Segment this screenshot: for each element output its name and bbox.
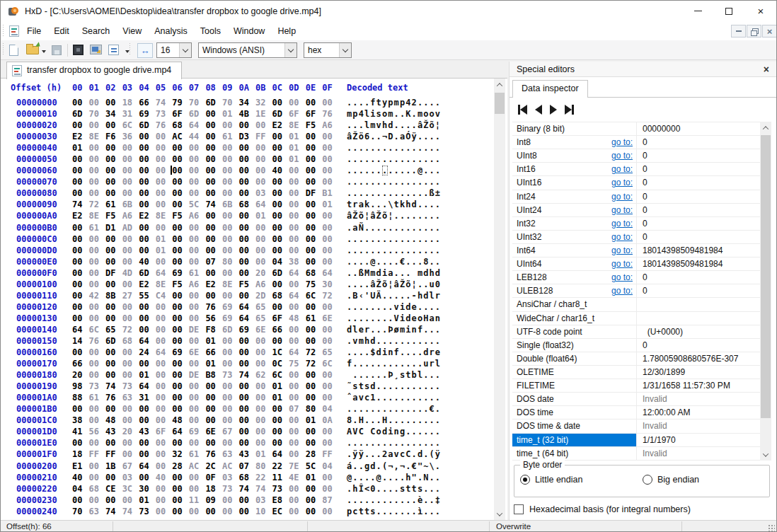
hex-byte[interactable]: FF <box>322 449 339 460</box>
hex-byte[interactable]: 8E <box>89 210 106 221</box>
menu-item-search[interactable]: Search <box>76 22 117 40</box>
hex-byte[interactable]: 6C <box>272 369 289 381</box>
hex-byte[interactable]: 00 <box>289 426 306 437</box>
scroll-down-icon[interactable] <box>494 508 505 520</box>
hex-byte[interactable]: 00 <box>189 415 206 426</box>
hex-byte[interactable]: 00 <box>322 245 339 256</box>
hex-byte[interactable]: A6 <box>322 120 339 131</box>
hex-byte[interactable]: 00 <box>289 483 306 495</box>
hex-byte[interactable]: 00 <box>222 506 239 517</box>
hex-byte[interactable]: AC <box>189 461 206 472</box>
hex-decoded[interactable]: trak...\tkhd.... <box>347 199 441 210</box>
scroll-down-icon[interactable] <box>760 449 771 461</box>
hex-byte[interactable]: 00 <box>122 233 139 245</box>
hex-byte[interactable]: 00 <box>322 233 339 245</box>
hex-byte[interactable]: 00 <box>139 403 156 415</box>
hex-byte[interactable]: 00 <box>89 415 106 426</box>
nav-last-button[interactable] <box>565 104 574 115</box>
hex-byte[interactable]: 00 <box>122 415 139 426</box>
hex-byte[interactable]: 00 <box>105 233 122 245</box>
hex-byte[interactable]: 00 <box>322 176 339 187</box>
hex-byte[interactable]: 00 <box>238 256 255 267</box>
hex-byte[interactable]: 00 <box>156 381 173 392</box>
hex-byte[interactable]: 00 <box>189 301 206 313</box>
hex-byte[interactable]: 20 <box>122 426 139 437</box>
goto-link[interactable]: go to: <box>583 190 633 203</box>
scroll-up-icon[interactable] <box>760 122 771 134</box>
hex-byte[interactable]: 00 <box>156 256 173 267</box>
hex-byte[interactable]: 00 <box>205 245 222 256</box>
hex-byte[interactable]: 00 <box>222 267 239 279</box>
hex-byte[interactable]: 00 <box>89 403 106 415</box>
hex-byte[interactable]: 00 <box>222 437 239 449</box>
hex-byte[interactable]: 00 <box>89 165 106 176</box>
hex-byte[interactable]: E2 <box>272 120 289 131</box>
hex-byte[interactable]: 00 <box>105 97 122 108</box>
hex-byte[interactable]: AD <box>122 222 139 233</box>
hex-byte[interactable]: 00 <box>322 335 339 347</box>
hex-byte[interactable]: 00 <box>72 495 89 506</box>
hex-byte[interactable]: 20 <box>72 369 89 381</box>
hex-byte[interactable]: 00 <box>189 245 206 256</box>
hex-byte[interactable]: 69 <box>222 313 239 324</box>
hex-byte[interactable]: 00 <box>306 381 323 392</box>
hex-byte[interactable]: 00 <box>205 506 222 517</box>
hex-byte[interactable]: 00 <box>272 97 289 108</box>
hex-byte[interactable]: 1C <box>272 347 289 358</box>
goto-link[interactable]: go to: <box>583 149 633 162</box>
hex-byte[interactable]: 00 <box>172 369 189 381</box>
hex-byte[interactable]: 00 <box>238 381 255 392</box>
hex-byte[interactable]: 00 <box>306 176 323 187</box>
hex-byte[interactable]: 00 <box>156 131 173 142</box>
hex-byte[interactable]: 00 <box>238 358 255 369</box>
hex-byte[interactable]: 44 <box>189 131 206 142</box>
hex-byte[interactable]: 00 <box>89 313 106 324</box>
hex-decoded[interactable]: ....âŽõ¦âŽõ¦..u0 <box>347 279 441 290</box>
hex-byte[interactable]: 00 <box>122 176 139 187</box>
hex-byte[interactable]: 22 <box>272 461 289 472</box>
hex-byte[interactable]: 68 <box>89 483 106 495</box>
tab-data-inspector[interactable]: Data inspector <box>512 80 588 98</box>
hex-byte[interactable]: DE <box>189 324 206 335</box>
hex-byte[interactable]: 69 <box>222 301 239 313</box>
hex-byte[interactable]: 6D <box>139 120 156 131</box>
hex-byte[interactable]: 00 <box>72 187 89 199</box>
hex-byte[interactable]: 00 <box>172 176 189 187</box>
hex-byte[interactable]: 00 <box>172 506 189 517</box>
hex-byte[interactable]: 32 <box>172 449 189 460</box>
hex-byte[interactable]: 64 <box>156 347 173 358</box>
hex-byte[interactable]: 01 <box>156 245 173 256</box>
hex-decoded[interactable]: ............è..‡ <box>347 495 441 506</box>
hex-byte[interactable]: 03 <box>222 472 239 483</box>
hex-decoded[interactable]: .hÎ<0....stts... <box>347 483 441 495</box>
hex-byte[interactable]: 61 <box>189 267 206 279</box>
hex-decoded[interactable]: âŽõ¦âŽõ¦........ <box>347 210 441 221</box>
hex-byte[interactable]: 00 <box>306 426 323 437</box>
hex-byte[interactable]: 00 <box>105 176 122 187</box>
hex-byte[interactable]: 00 <box>156 358 173 369</box>
scrollbar-thumb[interactable] <box>495 93 505 114</box>
hex-byte[interactable]: 00 <box>89 301 106 313</box>
hex-byte[interactable]: 00 <box>238 403 255 415</box>
hex-byte[interactable]: 01 <box>139 369 156 381</box>
hex-byte[interactable]: 00 <box>272 245 289 256</box>
hex-byte[interactable]: 00 <box>72 97 89 108</box>
hex-byte[interactable]: 75 <box>289 358 306 369</box>
hex-byte[interactable]: 00 <box>255 381 272 392</box>
hex-byte[interactable]: 00 <box>172 301 189 313</box>
hex-byte[interactable]: 6E <box>205 426 222 437</box>
hex-byte[interactable]: 00 <box>156 437 173 449</box>
hex-byte[interactable]: FF <box>255 131 272 142</box>
hex-byte[interactable]: 00 <box>156 142 173 154</box>
hex-decoded[interactable]: ˆavc1........... <box>347 392 441 403</box>
hex-byte[interactable]: 00 <box>238 187 255 199</box>
hex-byte[interactable]: 70 <box>189 97 206 108</box>
hex-byte[interactable]: 74 <box>72 199 89 210</box>
hex-byte[interactable]: 00 <box>255 165 272 176</box>
hex-byte[interactable]: 4E <box>289 472 306 483</box>
encoding-select[interactable]: Windows (ANSI) <box>198 42 297 58</box>
maximize-button[interactable] <box>713 1 744 21</box>
hex-byte[interactable]: 73 <box>89 381 106 392</box>
hex-byte[interactable]: 72 <box>322 290 339 301</box>
menu-item-file[interactable]: File <box>21 22 47 40</box>
